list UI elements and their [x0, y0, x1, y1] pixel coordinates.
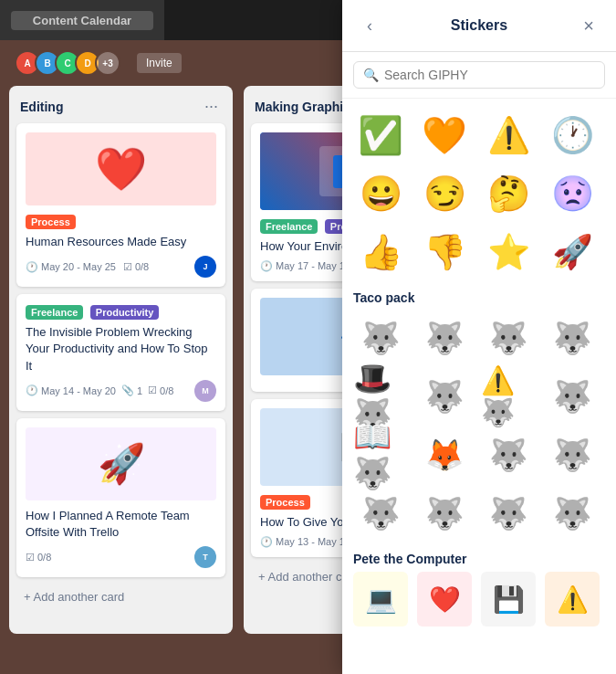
- sticker-thumbsdown[interactable]: 👎: [417, 225, 472, 279]
- stickers-panel-header: ‹ Stickers ×: [342, 0, 616, 52]
- sticker-check[interactable]: ✅: [353, 108, 408, 163]
- sticker-thumbsup[interactable]: 👍: [353, 225, 408, 279]
- sticker-rocket[interactable]: 🚀: [545, 225, 600, 279]
- sticker-heart[interactable]: 🧡: [417, 108, 472, 163]
- pete-sticker-1[interactable]: 💻: [353, 572, 408, 627]
- taco-sticker-1[interactable]: 🐺: [353, 311, 408, 365]
- tag-freelance: Freelance: [26, 305, 83, 320]
- taco-sticker-11[interactable]: 🐺: [481, 427, 536, 482]
- card-checklist: ☑ 0/8: [123, 261, 149, 273]
- taco-sticker-4[interactable]: 🐺: [545, 311, 600, 365]
- stickers-close-button[interactable]: ×: [576, 13, 601, 38]
- card-invisible-problem[interactable]: Freelance Productivity The Invisible Pro…: [16, 294, 225, 411]
- list-editing-header: Editing ···: [16, 93, 225, 123]
- stickers-back-button[interactable]: ‹: [357, 13, 382, 38]
- taco-sticker-2[interactable]: 🐺: [417, 311, 472, 365]
- card-human-resources[interactable]: ❤️ Process Human Resources Made Easy 🕐 M…: [16, 123, 225, 287]
- taco-sticker-8[interactable]: 🐺: [545, 369, 600, 424]
- taco-pack-grid: 🐺 🐺 🐺 🐺 🎩🐺 🐺 ⚠️🐺 🐺 📖🐺 🦊 🐺 🐺 🐺 🐺 🐺 🐺: [353, 311, 605, 541]
- stickers-panel-title: Stickers: [382, 17, 576, 34]
- list-editing: Editing ··· ❤️ Process Human Resources M…: [9, 86, 233, 634]
- card-assignee-avatar: T: [194, 546, 216, 568]
- card-tags: Freelance Productivity: [26, 303, 216, 324]
- tag-freelance: Freelance: [260, 219, 318, 234]
- card-checklist: ☑ 0/8: [26, 552, 51, 563]
- card-attachment: 📎 1: [121, 384, 142, 396]
- taco-sticker-5[interactable]: 🎩🐺: [353, 369, 408, 424]
- card-rocket-image: 🚀: [26, 427, 216, 500]
- taco-sticker-16[interactable]: 🐺: [545, 486, 600, 541]
- basic-stickers-grid: ✅ 🧡 ⚠️ 🕐 😀 😏 🤔 😟 👍 👎 ⭐ 🚀: [353, 108, 605, 279]
- card-footer: ☑ 0/8 T: [26, 546, 216, 568]
- invite-button[interactable]: Invite: [137, 53, 182, 73]
- card-title: Human Resources Made Easy: [26, 234, 216, 250]
- pete-sticker-3[interactable]: 💾: [481, 572, 536, 627]
- pete-sticker-4[interactable]: ⚠️: [545, 572, 600, 627]
- taco-sticker-15[interactable]: 🐺: [481, 486, 536, 541]
- board-title-area: Content Calendar: [0, 0, 164, 40]
- pete-grid: 💻 ❤️ 💾 ⚠️: [353, 572, 605, 627]
- sticker-smile[interactable]: 😀: [353, 166, 408, 221]
- board-members: A B C D +3: [15, 50, 120, 76]
- card-title: How I Planned A Remote Team Offsite With…: [26, 508, 216, 541]
- sticker-clock[interactable]: 🕐: [545, 108, 600, 163]
- sticker-thinking[interactable]: 🤔: [481, 166, 536, 221]
- card-date: 🕐 May 14 - May 20: [26, 384, 116, 396]
- card-heart-image: ❤️: [26, 132, 216, 205]
- pete-computer-title: Pete the Computer: [353, 552, 605, 566]
- stickers-panel: ‹ Stickers × 🔍 ✅ 🧡 ⚠️ 🕐 😀 😏 🤔 😟 👍 👎 ⭐ 🚀 …: [342, 0, 616, 674]
- stickers-search-input[interactable]: [384, 68, 595, 82]
- taco-sticker-10[interactable]: 🦊: [417, 427, 472, 482]
- card-checklist: ☑ 0/8: [148, 384, 173, 396]
- taco-sticker-13[interactable]: 🐺: [353, 486, 408, 541]
- taco-pack-title: Taco pack: [353, 290, 605, 305]
- search-icon: 🔍: [363, 68, 379, 82]
- search-input-wrap: 🔍: [353, 61, 605, 89]
- card-assignee-avatar: J: [194, 256, 216, 278]
- pete-sticker-2[interactable]: ❤️: [417, 572, 472, 627]
- member-count: +3: [95, 50, 120, 76]
- taco-sticker-7[interactable]: ⚠️🐺: [481, 369, 536, 424]
- taco-sticker-3[interactable]: 🐺: [481, 311, 536, 365]
- sticker-sad[interactable]: 😟: [545, 166, 600, 221]
- list-editing-menu-button[interactable]: ···: [201, 97, 222, 116]
- sticker-squint[interactable]: 😏: [417, 166, 472, 221]
- sticker-star[interactable]: ⭐: [481, 225, 536, 279]
- tag-process: Process: [26, 215, 76, 229]
- card-assignee-avatar: M: [194, 380, 216, 402]
- tag-productivity: Productivity: [90, 305, 160, 320]
- board-name: Content Calendar: [11, 11, 153, 30]
- taco-sticker-12[interactable]: 🐺: [545, 427, 600, 482]
- card-footer: 🕐 May 14 - May 20 📎 1 ☑ 0/8 M: [26, 380, 216, 402]
- card-date: 🕐 May 13 - May 15: [260, 536, 350, 548]
- card-date: 🕐 May 17 - May 18: [260, 260, 350, 272]
- taco-sticker-6[interactable]: 🐺: [417, 369, 472, 424]
- card-footer: 🕐 May 20 - May 25 ☑ 0/8 J: [26, 256, 216, 278]
- taco-sticker-9[interactable]: 📖🐺: [353, 427, 408, 482]
- stickers-body: ✅ 🧡 ⚠️ 🕐 😀 😏 🤔 😟 👍 👎 ⭐ 🚀 Taco pack 🐺 🐺 🐺…: [342, 99, 616, 674]
- stickers-search-area: 🔍: [342, 52, 616, 99]
- add-card-editing-button[interactable]: + Add another card: [16, 584, 225, 609]
- taco-sticker-14[interactable]: 🐺: [417, 486, 472, 541]
- card-date: 🕐 May 20 - May 25: [26, 261, 116, 273]
- tag-process: Process: [260, 495, 310, 510]
- list-editing-title: Editing: [20, 100, 63, 114]
- card-remote-offsite[interactable]: 🚀 How I Planned A Remote Team Offsite Wi…: [16, 418, 225, 577]
- sticker-warning[interactable]: ⚠️: [481, 108, 536, 163]
- card-title: The Invisible Problem Wrecking Your Prod…: [26, 324, 216, 374]
- card-tags: Process: [26, 213, 216, 234]
